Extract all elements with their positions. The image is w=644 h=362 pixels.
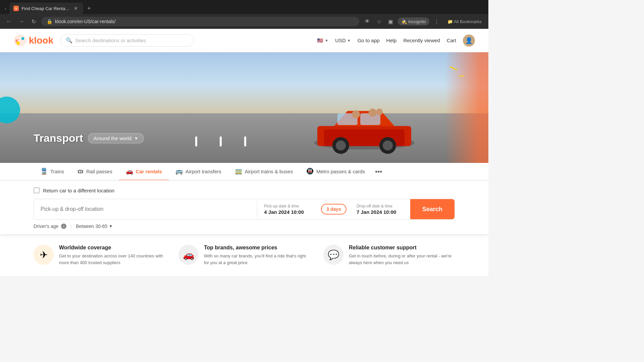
more-tabs-button[interactable]: ••• [372, 163, 385, 180]
tab-close-button[interactable]: ✕ [72, 5, 79, 11]
hero-background: ~ ~ [0, 52, 488, 163]
top-brands-icon: 🚗 [178, 245, 199, 265]
brands-title: Top brands, awesome prices [204, 245, 310, 251]
svg-point-12 [383, 140, 393, 150]
pickup-date-label: Pick-up date & time [264, 204, 311, 208]
globe-airplane-icon: ✈ [40, 249, 48, 260]
tab-airport-transfers[interactable]: 🚌 Airport transfers [169, 163, 228, 181]
cart-button[interactable]: Cart [447, 38, 456, 43]
feature-worldwide: ✈ Worldwide coverage Get to your destina… [34, 245, 165, 266]
hero-transport-title: Transport [34, 132, 83, 144]
driver-age-row: Driver's age i : Between 30-65 ▼ [34, 220, 455, 231]
driver-age-label: Driver's age [34, 224, 58, 229]
airport-transfers-icon: 🚌 [175, 168, 183, 175]
all-bookmarks[interactable]: 📁 All Bookmarks [445, 18, 484, 25]
sidebar-icon[interactable]: ▣ [386, 17, 395, 26]
road-line-1 [195, 136, 197, 146]
search-inputs-row: Pick-up date & time 4 Jan 2024 10:00 3 d… [34, 199, 455, 220]
search-icon: 🔍 [66, 37, 72, 44]
road-line-2 [220, 136, 222, 146]
info-icon[interactable]: i [61, 224, 66, 229]
forward-button[interactable]: → [17, 17, 26, 26]
rail-passes-icon: 🎟 [77, 168, 84, 175]
support-title: Reliable customer support [349, 245, 455, 251]
search-button[interactable]: Search [410, 199, 454, 219]
dropoff-date-label: Drop-off date & time [357, 204, 404, 208]
metro-passes-label: Metro passes & cards [316, 169, 365, 174]
transport-section: 🚆 Trains 🎟 Rail passes 🚗 Car rentals 🚌 A… [0, 163, 488, 234]
flag-icon: 🇺🇸 [317, 38, 323, 44]
airport-trains-label: Airport trains & buses [245, 169, 293, 174]
goto-app-button[interactable]: Go to app [358, 38, 380, 43]
days-badge[interactable]: 3 days [321, 204, 346, 215]
tab-trains[interactable]: 🚆 Trains [34, 163, 71, 181]
logo-text: klook [29, 35, 53, 46]
feature-brands-text: Top brands, awesome prices With so many … [204, 245, 310, 266]
active-tab[interactable]: k Find Cheap Car Rental Deals & ✕ [9, 3, 83, 14]
back-button[interactable]: ← [4, 17, 13, 26]
bookmarks-label: All Bookmarks [454, 19, 482, 24]
rail-passes-label: Rail passes [86, 169, 112, 174]
search-form: Return car to a different location Pick-… [0, 181, 488, 234]
recently-viewed-button[interactable]: Recently viewed [403, 38, 440, 43]
tab-rail-passes[interactable]: 🎟 Rail passes [71, 163, 119, 181]
car-silhouette [307, 96, 421, 156]
website: K klook 🔍 Search destinations or activit… [0, 29, 488, 276]
eye-off-icon[interactable]: 👁 [363, 17, 372, 26]
trains-label: Trains [50, 169, 64, 174]
metro-passes-icon: 🚇 [306, 168, 314, 175]
location-input[interactable] [34, 201, 257, 218]
age-chevron-icon: ▼ [109, 224, 113, 229]
address-bar[interactable]: 🔒 klook.com/en-US/car-rentals/ [41, 17, 359, 26]
url-text: klook.com/en-US/car-rentals/ [55, 19, 354, 24]
browser-tabs: ‹ k Find Cheap Car Rental Deals & ✕ + [0, 0, 488, 14]
features-section: ✈ Worldwide coverage Get to your destina… [0, 234, 488, 276]
dropoff-date-section[interactable]: Drop-off date & time 7 Jan 2024 10:00 [350, 200, 410, 218]
tab-airport-trains[interactable]: 🚃 Airport trains & buses [228, 163, 300, 181]
tab-metro-passes[interactable]: 🚇 Metro passes & cards [300, 163, 372, 181]
hero-section: ~ ~ Transport Around the world ▼ [0, 52, 488, 163]
feature-support: 💬 Reliable customer support Get in touch… [323, 245, 455, 266]
airport-transfers-label: Airport transfers [185, 169, 221, 174]
transport-tabs: 🚆 Trains 🎟 Rail passes 🚗 Car rentals 🚌 A… [0, 163, 488, 181]
toolbar-right: 👁 ☆ ▣ 🕵 Incognito ⋮ [363, 17, 441, 26]
refresh-button[interactable]: ↻ [30, 17, 38, 26]
pickup-date-value: 4 Jan 2024 10:00 [264, 209, 311, 215]
support-chat-icon: 💬 [328, 249, 339, 260]
more-options-button[interactable]: ⋮ [432, 17, 441, 26]
svg-point-3 [16, 42, 20, 45]
worldwide-title: Worldwide coverage [59, 245, 165, 251]
world-badge[interactable]: Around the world ▼ [88, 133, 144, 143]
brands-desc: With so many car brands, you'll find a r… [204, 253, 310, 266]
search-placeholder-text: Search destinations or activities [75, 38, 146, 43]
logo-svg: K [13, 34, 27, 47]
days-label: 3 days [326, 206, 341, 212]
colon-separator: : [70, 224, 72, 229]
tab-car-rentals[interactable]: 🚗 Car rentals [119, 163, 169, 181]
svg-point-2 [21, 37, 24, 40]
support-icon: 💬 [323, 245, 343, 265]
language-selector[interactable]: 🇺🇸 ▼ [317, 38, 328, 44]
browser-toolbar: ← → ↻ 🔒 klook.com/en-US/car-rentals/ 👁 ☆… [0, 14, 488, 29]
help-button[interactable]: Help [386, 38, 397, 43]
return-car-label: Return car to a different location [43, 188, 114, 193]
logo[interactable]: K klook [13, 34, 53, 47]
car-svg [307, 96, 421, 156]
pickup-date-section[interactable]: Pick-up date & time 4 Jan 2024 10:00 [257, 200, 318, 218]
age-value-selector[interactable]: Between 30-65 ▼ [76, 224, 113, 229]
return-car-checkbox[interactable] [34, 187, 40, 193]
navbar-search[interactable]: 🔍 Search destinations or activities [60, 34, 194, 47]
worldwide-desc: Get to your destination across over 140 … [59, 253, 165, 266]
feature-top-brands: 🚗 Top brands, awesome prices With so man… [178, 245, 310, 266]
new-tab-button[interactable]: + [85, 4, 94, 13]
svg-point-10 [336, 140, 346, 150]
star-icon[interactable]: ☆ [375, 17, 383, 26]
currency-selector[interactable]: USD ▼ [335, 38, 351, 43]
feature-worldwide-text: Worldwide coverage Get to your destinati… [59, 245, 165, 266]
tab-back-nav[interactable]: ‹ [3, 5, 8, 12]
user-avatar[interactable]: 👤 [463, 35, 475, 47]
support-desc: Get in touch before, during or after you… [349, 253, 455, 266]
airport-trains-icon: 🚃 [235, 168, 242, 175]
world-badge-text: Around the world [94, 135, 131, 141]
hero-text-area: Transport Around the world ▼ [34, 132, 144, 144]
